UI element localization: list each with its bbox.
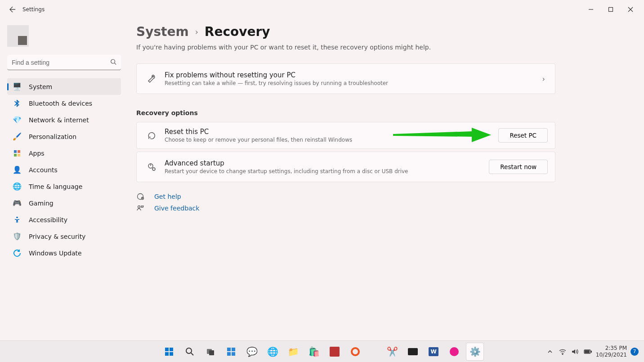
sidebar: 🖥️ System Bluetooth & devices 💎 Network …: [0, 19, 128, 340]
taskbar-clock[interactable]: 2:35 PM 10/29/2021: [596, 345, 627, 358]
opera-icon[interactable]: [346, 343, 364, 361]
sidebar-item-label: System: [29, 83, 52, 90]
svg-point-10: [16, 216, 18, 218]
svg-rect-38: [585, 350, 589, 353]
sidebar-item-system[interactable]: 🖥️ System: [7, 78, 121, 95]
accounts-icon: 👤: [13, 165, 22, 174]
sidebar-item-accessibility[interactable]: Accessibility: [7, 211, 121, 228]
widgets-button[interactable]: [222, 343, 240, 361]
sidebar-item-label: Gaming: [29, 200, 54, 207]
search-input[interactable]: [7, 55, 121, 70]
search-box[interactable]: [7, 55, 121, 70]
volume-icon[interactable]: [571, 349, 580, 355]
sidebar-item-windows-update[interactable]: Windows Update: [7, 245, 121, 261]
minimize-button[interactable]: [581, 3, 601, 16]
sidebar-item-personalization[interactable]: 🖌️ Personalization: [7, 128, 121, 145]
chat-icon[interactable]: 💬: [243, 343, 261, 361]
troubleshoot-card[interactable]: Fix problems without resetting your PC R…: [136, 63, 555, 94]
sidebar-item-bluetooth[interactable]: Bluetooth & devices: [7, 95, 121, 112]
sidebar-item-label: Windows Update: [29, 250, 82, 257]
network-icon: 💎: [13, 116, 22, 125]
notification-badge[interactable]: 7: [631, 348, 639, 356]
svg-rect-34: [232, 352, 235, 356]
card-desc: Restart your device to change startup se…: [165, 168, 408, 174]
svg-rect-26: [170, 352, 173, 356]
give-feedback-link[interactable]: Give feedback: [154, 205, 199, 212]
sidebar-item-label: Accessibility: [29, 216, 67, 223]
feedback-icon: [136, 205, 144, 212]
recycle-icon: [147, 130, 157, 140]
sidebar-item-gaming[interactable]: 🎮 Gaming: [7, 195, 121, 211]
apps-icon: [13, 149, 22, 158]
word-icon[interactable]: W: [425, 343, 443, 361]
personalization-icon: 🖌️: [13, 132, 22, 141]
gaming-icon: 🎮: [13, 199, 22, 208]
close-button[interactable]: [621, 3, 640, 16]
start-button[interactable]: [160, 343, 178, 361]
terminal-icon[interactable]: [404, 343, 422, 361]
svg-rect-8: [14, 154, 17, 156]
system-icon: 🖥️: [13, 82, 22, 91]
settings-icon[interactable]: ⚙️: [466, 343, 484, 361]
tray-overflow-icon[interactable]: [546, 349, 555, 354]
reset-pc-card: Reset this PC Choose to keep or remove y…: [136, 122, 555, 149]
user-avatar-icon: [7, 25, 29, 47]
windows-update-icon: [13, 249, 22, 258]
wrench-icon: [147, 74, 157, 84]
breadcrumb: System › Recovery: [136, 24, 631, 39]
window-controls: [581, 3, 640, 16]
card-title: Fix problems without resetting your PC: [165, 71, 388, 79]
app-icon[interactable]: [326, 343, 344, 361]
sidebar-item-apps[interactable]: Apps: [7, 145, 121, 161]
breadcrumb-parent[interactable]: System: [136, 24, 189, 39]
sidebar-item-accounts[interactable]: 👤 Accounts: [7, 161, 121, 178]
svg-marker-12: [393, 128, 491, 142]
svg-line-28: [191, 353, 193, 355]
taskbar-search-button[interactable]: [181, 343, 199, 361]
wifi-icon[interactable]: [558, 349, 567, 355]
svg-point-35: [562, 354, 563, 355]
reset-pc-button[interactable]: Reset PC: [498, 128, 548, 143]
taskbar-date: 10/29/2021: [596, 352, 627, 358]
sidebar-item-privacy[interactable]: 🛡️ Privacy & security: [7, 228, 121, 245]
svg-point-22: [138, 206, 140, 208]
sidebar-item-time-language[interactable]: 🌐 Time & language: [7, 178, 121, 195]
svg-rect-6: [14, 150, 17, 153]
svg-rect-32: [232, 348, 235, 351]
card-title: Advanced startup: [165, 159, 408, 167]
give-feedback-row[interactable]: Give feedback: [136, 205, 631, 212]
titlebar: Settings: [0, 0, 644, 19]
svg-point-4: [111, 59, 115, 63]
page-title: Recovery: [205, 24, 270, 39]
sidebar-item-network[interactable]: 💎 Network & internet: [7, 112, 121, 128]
app-icon-2[interactable]: [445, 343, 463, 361]
get-help-link[interactable]: Get help: [154, 193, 181, 200]
arrow-annotation: [393, 126, 492, 144]
help-icon: [136, 193, 144, 200]
battery-icon[interactable]: [583, 349, 592, 354]
file-explorer-icon[interactable]: 📁: [284, 343, 302, 361]
maximize-button[interactable]: [601, 3, 621, 16]
store-icon[interactable]: 🛍️: [305, 343, 323, 361]
chevron-right-icon: ›: [195, 27, 198, 36]
edge-icon[interactable]: 🌐: [264, 343, 282, 361]
help-links: Get help Give feedback: [136, 193, 631, 212]
sidebar-nav: 🖥️ System Bluetooth & devices 💎 Network …: [7, 78, 121, 261]
sidebar-item-label: Time & language: [29, 183, 82, 190]
sidebar-item-label: Accounts: [29, 166, 58, 174]
task-view-button[interactable]: [201, 343, 219, 361]
section-title-recovery-options: Recovery options: [136, 109, 631, 116]
chevron-right-icon: ›: [542, 75, 545, 83]
svg-rect-30: [209, 350, 214, 355]
svg-rect-25: [165, 352, 169, 356]
search-icon: [110, 58, 116, 67]
svg-rect-33: [227, 352, 231, 356]
get-help-row[interactable]: Get help: [136, 193, 631, 200]
restart-now-button[interactable]: Restart now: [489, 160, 548, 174]
user-block[interactable]: [7, 22, 121, 55]
snip-icon[interactable]: ✂️: [383, 343, 401, 361]
back-button[interactable]: [8, 5, 17, 14]
card-title: Reset this PC: [165, 128, 352, 136]
taskbar-time: 2:35 PM: [596, 345, 627, 351]
svg-point-11: [153, 76, 154, 77]
